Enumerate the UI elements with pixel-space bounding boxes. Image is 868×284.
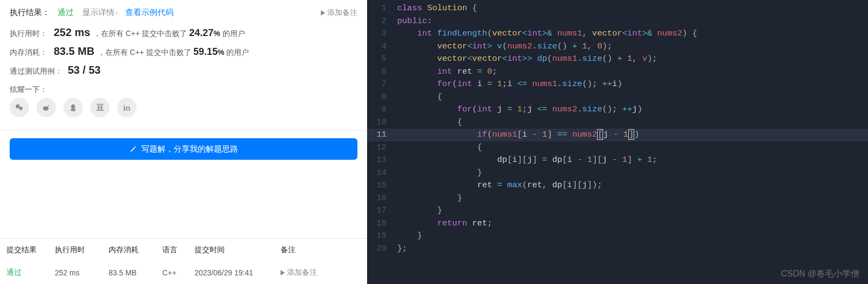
code-line[interactable]: 11 if(nums1[i - 1] == nums2[j - 1]) <box>367 129 868 141</box>
play-icon <box>321 10 325 16</box>
line-number: 7 <box>367 78 397 91</box>
code-content: for(int i = 1;i <= nums1.size(); ++i) <box>397 78 868 91</box>
memory-line: 内存消耗： 83.5 MB ，在所有 C++ 提交中击败了 59.15% 的用户 <box>0 42 367 61</box>
code-content: { <box>397 91 868 104</box>
douban-icon[interactable]: 豆 <box>90 98 110 117</box>
code-content: dp[i][j] = dp[i - 1][j - 1] + 1; <box>397 154 868 167</box>
code-content: vector<int> v(nums2.size() + 1, 0); <box>397 40 868 53</box>
code-line[interactable]: 13 dp[i][j] = dp[i - 1][j - 1] + 1; <box>367 154 868 167</box>
code-content: public: <box>397 15 868 28</box>
qq-icon[interactable] <box>63 98 83 117</box>
testcases-line: 通过测试用例： 53 / 53 <box>0 61 367 80</box>
code-content: } <box>397 204 868 217</box>
row-mem: 83.5 MB <box>109 268 162 277</box>
line-number: 16 <box>367 192 397 205</box>
results-panel: 执行结果： 通过 显示详情› 查看示例代码 添加备注 执行用时： 252 ms … <box>0 0 367 284</box>
code-content: ret = max(ret, dp[i][j]); <box>397 179 868 192</box>
svg-point-2 <box>43 106 49 110</box>
example-code-link[interactable]: 查看示例代码 <box>125 8 174 18</box>
row-time: 252 ms <box>55 268 109 277</box>
code-line[interactable]: 4 vector<int> v(nums2.size() + 1, 0); <box>367 40 868 53</box>
code-content: } <box>397 192 868 205</box>
code-line[interactable]: 12 { <box>367 141 868 154</box>
wechat-icon[interactable] <box>10 98 29 117</box>
line-number: 14 <box>367 167 397 180</box>
code-line[interactable]: 14 } <box>367 167 868 180</box>
result-label: 执行结果： <box>10 8 50 18</box>
code-line[interactable]: 20}; <box>367 243 868 255</box>
code-line[interactable]: 5 vector<vector<int>> dp(nums1.size() + … <box>367 53 868 66</box>
linkedin-icon[interactable]: in <box>117 98 137 117</box>
runtime-pct: 24.27% <box>189 27 220 39</box>
memory-pct: 59.15% <box>193 46 225 58</box>
code-line[interactable]: 16 } <box>367 192 868 205</box>
row-lang: C++ <box>162 268 195 277</box>
code-editor-panel: 1class Solution {2public:3 int findLengt… <box>367 0 868 284</box>
th-remark: 备注 <box>281 245 361 255</box>
code-content: class Solution { <box>397 2 868 15</box>
th-lang: 语言 <box>162 245 195 255</box>
write-solution-text: 写题解，分享我的解题思路 <box>141 144 238 154</box>
runtime-value: 252 ms <box>54 26 90 39</box>
code-content: if(nums1[i - 1] == nums2[j - 1]) <box>397 129 868 141</box>
pencil-icon <box>130 145 137 153</box>
code-content: return ret; <box>397 217 868 230</box>
testcases-label: 通过测试用例： <box>10 67 62 76</box>
code-line[interactable]: 1class Solution { <box>367 2 868 15</box>
chevron-right-icon: › <box>116 10 118 16</box>
code-editor[interactable]: 1class Solution {2public:3 int findLengt… <box>367 0 868 255</box>
weibo-icon[interactable] <box>37 98 56 117</box>
code-line[interactable]: 18 return ret; <box>367 217 868 230</box>
line-number: 8 <box>367 91 397 104</box>
code-content: }; <box>397 243 868 255</box>
code-content: int findLength(vector<int>& nums1, vecto… <box>397 27 868 40</box>
play-icon <box>281 270 285 275</box>
status-pass: 通过 <box>58 8 74 18</box>
code-line[interactable]: 7 for(int i = 1;i <= nums1.size(); ++i) <box>367 78 868 91</box>
th-ts: 提交时间 <box>195 245 281 255</box>
line-number: 4 <box>367 40 397 53</box>
submission-table: 提交结果 执行用时 内存消耗 语言 提交时间 备注 通过 252 ms 83.5… <box>0 238 367 284</box>
svg-point-1 <box>19 106 23 110</box>
code-line[interactable]: 9 for(int j = 1;j <= nums2.size(); ++j) <box>367 103 868 116</box>
row-remark-text: 添加备注 <box>287 268 317 278</box>
memory-label: 内存消耗： <box>10 48 54 58</box>
table-row[interactable]: 通过 252 ms 83.5 MB C++ 2023/06/29 19:41 添… <box>0 261 367 284</box>
add-remark-button[interactable]: 添加备注 <box>321 8 357 18</box>
code-line[interactable]: 17 } <box>367 204 868 217</box>
divider <box>0 130 367 131</box>
code-line[interactable]: 15 ret = max(ret, dp[i][j]); <box>367 179 868 192</box>
line-number: 18 <box>367 217 397 230</box>
line-number: 11 <box>367 129 397 141</box>
add-remark-text: 添加备注 <box>327 8 357 18</box>
line-number: 15 <box>367 179 397 192</box>
table-header: 提交结果 执行用时 内存消耗 语言 提交时间 备注 <box>0 239 367 261</box>
code-line[interactable]: 8 { <box>367 91 868 104</box>
line-number: 13 <box>367 154 397 167</box>
code-content: } <box>397 167 868 180</box>
code-line[interactable]: 3 int findLength(vector<int>& nums1, vec… <box>367 27 868 40</box>
row-remark-button[interactable]: 添加备注 <box>281 268 361 278</box>
line-number: 17 <box>367 204 397 217</box>
code-content: int ret = 0; <box>397 66 868 79</box>
code-content: { <box>397 141 868 154</box>
watermark: CSDN @卷毛小学僧 <box>781 268 859 280</box>
row-status: 通过 <box>6 268 55 278</box>
show-detail-text: 显示详情 <box>82 8 114 17</box>
line-number: 3 <box>367 27 397 40</box>
runtime-ctx-post: 的用户 <box>223 29 245 39</box>
code-line[interactable]: 19 } <box>367 230 868 243</box>
code-line[interactable]: 6 int ret = 0; <box>367 66 868 79</box>
line-number: 10 <box>367 116 397 129</box>
code-content: for(int j = 1;j <= nums2.size(); ++j) <box>397 103 868 116</box>
line-number: 19 <box>367 230 397 243</box>
line-number: 5 <box>367 53 397 66</box>
th-mem: 内存消耗 <box>109 245 162 255</box>
share-icons-row: 豆 in <box>0 98 367 127</box>
code-line[interactable]: 2public: <box>367 15 868 28</box>
show-detail-link[interactable]: 显示详情› <box>82 8 118 18</box>
code-line[interactable]: 10 { <box>367 116 868 129</box>
write-solution-button[interactable]: 写题解，分享我的解题思路 <box>10 138 357 160</box>
memory-ctx-pre: ，在所有 C++ 提交中击败了 <box>98 48 191 58</box>
line-number: 2 <box>367 15 397 28</box>
